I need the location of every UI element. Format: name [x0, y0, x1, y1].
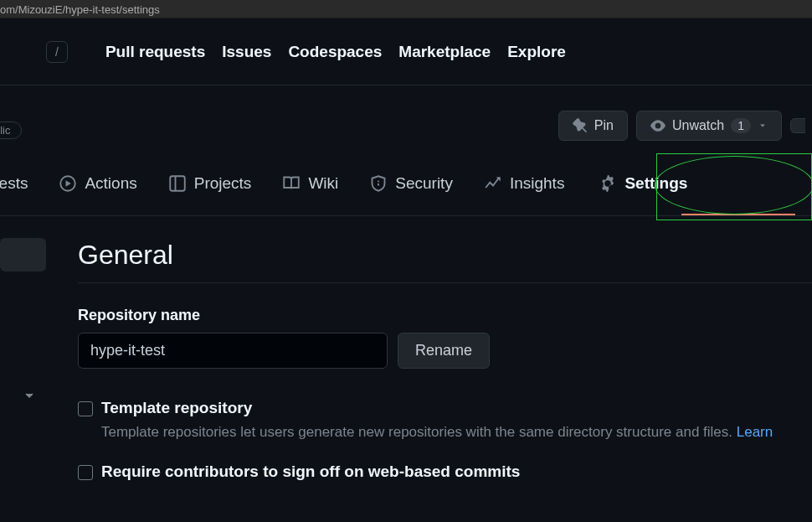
nav-issues[interactable]: Issues — [222, 43, 271, 61]
pin-button[interactable]: Pin — [558, 111, 628, 141]
repo-tabs: uests Actions Projects Wiki Security Ins… — [0, 141, 812, 216]
template-checkbox[interactable] — [78, 401, 93, 416]
tab-label: Security — [395, 174, 453, 193]
sidebar-collapse[interactable] — [0, 389, 46, 402]
tab-label: Insights — [510, 174, 564, 193]
signoff-label: Require contributors to sign off on web-… — [101, 463, 520, 481]
signoff-checkbox-row: Require contributors to sign off on web-… — [78, 463, 812, 481]
tab-label: Actions — [85, 174, 136, 193]
sidebar-item-general[interactable] — [0, 238, 46, 271]
chevron-down-icon — [758, 121, 768, 131]
content-area: General Repository name Rename Template … — [0, 216, 812, 488]
svg-point-2 — [378, 180, 379, 182]
nav-explore[interactable]: Explore — [507, 43, 566, 61]
repo-name-row: Rename — [78, 333, 812, 369]
template-label: Template repository — [101, 399, 252, 417]
template-checkbox-row: Template repository — [78, 399, 812, 417]
top-nav: / Pull requests Issues Codespaces Market… — [0, 18, 812, 85]
play-icon — [59, 175, 76, 192]
settings-main: General Repository name Rename Template … — [46, 216, 812, 488]
project-icon — [169, 175, 186, 192]
repo-header: Pin Unwatch 1 — [0, 85, 812, 141]
tab-pull-requests-partial[interactable]: uests — [0, 174, 28, 208]
watch-count: 1 — [731, 118, 751, 133]
tab-insights[interactable]: Insights — [485, 174, 564, 208]
graph-icon — [485, 175, 501, 192]
book-icon — [283, 175, 300, 192]
settings-sidebar — [0, 216, 46, 488]
visibility-badge: olic — [0, 121, 22, 139]
more-button-partial[interactable] — [790, 118, 805, 133]
svg-rect-0 — [170, 176, 185, 191]
eye-icon — [650, 118, 666, 133]
tab-actions[interactable]: Actions — [59, 174, 136, 208]
url-bar: om/MizouziE/hype-it-test/settings — [0, 0, 812, 18]
gear-icon — [599, 175, 616, 192]
chevron-down-icon — [23, 389, 36, 402]
tab-label: Wiki — [308, 174, 338, 193]
tab-label: Projects — [194, 174, 252, 193]
pin-icon — [573, 118, 588, 133]
tab-label: Settings — [624, 174, 687, 193]
repo-name-input[interactable] — [78, 333, 388, 369]
learn-more-link[interactable]: Learn — [737, 424, 773, 440]
search-slash-key[interactable]: / — [46, 41, 68, 63]
tab-security[interactable]: Security — [370, 174, 453, 208]
shield-icon — [370, 175, 387, 192]
nav-codespaces[interactable]: Codespaces — [288, 43, 382, 61]
unwatch-button[interactable]: Unwatch 1 — [636, 111, 782, 141]
tab-label: uests — [0, 174, 28, 193]
rename-button[interactable]: Rename — [398, 333, 490, 369]
tab-projects[interactable]: Projects — [169, 174, 252, 208]
nav-marketplace[interactable]: Marketplace — [398, 43, 491, 61]
active-tab-underline — [681, 214, 795, 215]
nav-pull-requests[interactable]: Pull requests — [105, 43, 205, 61]
signoff-checkbox[interactable] — [78, 465, 93, 480]
page-title: General — [78, 240, 812, 283]
template-description: Template repositories let users generate… — [101, 424, 812, 441]
tab-settings[interactable]: Settings — [599, 174, 687, 208]
pin-label: Pin — [594, 118, 614, 133]
unwatch-label: Unwatch — [672, 118, 724, 133]
tab-wiki[interactable]: Wiki — [283, 174, 338, 208]
repo-name-label: Repository name — [78, 307, 812, 324]
